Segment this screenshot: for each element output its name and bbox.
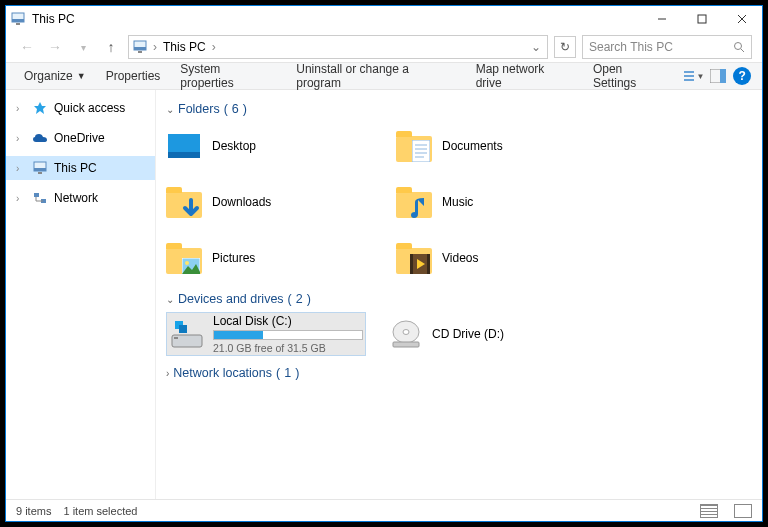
recent-locations-button[interactable]: ▾	[72, 36, 94, 58]
folder-item-music[interactable]: Music	[396, 178, 596, 226]
forward-button[interactable]: →	[44, 36, 66, 58]
navigation-pane: › Quick access › OneDrive › Thi	[6, 90, 156, 499]
svg-rect-4	[698, 15, 706, 23]
svg-line-11	[741, 49, 744, 52]
sidebar-item-label: OneDrive	[54, 131, 105, 145]
group-count: 6	[232, 102, 239, 116]
back-button[interactable]: ←	[16, 36, 38, 58]
group-header-folders[interactable]: ⌄ Folders (6)	[166, 102, 752, 116]
minimize-button[interactable]	[642, 6, 682, 32]
search-icon	[733, 41, 745, 53]
svg-rect-19	[34, 168, 46, 171]
folder-item-documents[interactable]: Documents	[396, 122, 596, 170]
group-label: Folders	[178, 102, 220, 116]
sidebar-item-network[interactable]: › Network	[6, 186, 155, 210]
folder-item-pictures[interactable]: Pictures	[166, 234, 366, 282]
group-header-drives[interactable]: ⌄ Devices and drives (2)	[166, 292, 752, 306]
chevron-down-icon: ▼	[77, 71, 86, 81]
svg-rect-38	[172, 335, 202, 347]
this-pc-title-icon	[10, 11, 26, 27]
sidebar-item-onedrive[interactable]: › OneDrive	[6, 126, 155, 150]
group-label: Network locations	[173, 366, 272, 380]
status-item-count: 9 items	[16, 505, 51, 517]
group-header-network-locations[interactable]: › Network locations (1)	[166, 366, 752, 380]
folder-label: Downloads	[212, 195, 271, 209]
properties-button[interactable]: Properties	[98, 65, 169, 87]
drive-label: CD Drive (D:)	[432, 327, 584, 341]
details-view-button[interactable]	[700, 504, 718, 518]
folder-item-downloads[interactable]: Downloads	[166, 178, 366, 226]
hdd-icon	[169, 316, 205, 352]
svg-point-43	[403, 330, 409, 335]
address-separator-icon[interactable]: ›	[151, 40, 159, 54]
expand-icon[interactable]: ›	[16, 163, 26, 174]
svg-rect-13	[684, 75, 694, 77]
folder-label: Documents	[442, 139, 503, 153]
uninstall-programs-button[interactable]: Uninstall or change a program	[288, 58, 463, 94]
maximize-button[interactable]	[682, 6, 722, 32]
folder-item-videos[interactable]: Videos	[396, 234, 596, 282]
chevron-down-icon: ▼	[696, 72, 704, 81]
sidebar-item-label: This PC	[54, 161, 97, 175]
group-count: 1	[284, 366, 291, 380]
drive-usage-bar	[213, 330, 363, 340]
system-properties-button[interactable]: System properties	[172, 58, 284, 94]
large-icons-view-button[interactable]	[734, 504, 752, 518]
desktop-folder-icon	[166, 128, 202, 164]
svg-rect-14	[684, 79, 694, 81]
svg-rect-36	[427, 254, 430, 274]
address-segment[interactable]: This PC	[163, 40, 206, 54]
expand-icon[interactable]: ›	[16, 193, 26, 204]
drive-free-text: 21.0 GB free of 31.5 GB	[213, 342, 363, 354]
open-settings-button[interactable]: Open Settings	[585, 58, 676, 94]
search-input[interactable]: Search This PC	[582, 35, 752, 59]
drive-label: Local Disk (C:)	[213, 314, 363, 328]
drives-row: Local Disk (C:) 21.0 GB free of 31.5 GB …	[166, 312, 752, 356]
address-dropdown-icon[interactable]: ⌄	[529, 40, 543, 54]
folder-item-desktop[interactable]: Desktop	[166, 122, 366, 170]
window-title: This PC	[32, 12, 642, 26]
preview-pane-button[interactable]	[708, 66, 728, 86]
expand-icon[interactable]: ›	[16, 103, 26, 114]
chevron-down-icon: ⌄	[166, 294, 174, 305]
svg-point-33	[185, 261, 189, 265]
address-bar[interactable]: › This PC › ⌄	[128, 35, 548, 59]
svg-rect-44	[393, 342, 419, 347]
music-folder-icon	[396, 184, 432, 220]
svg-point-10	[735, 43, 742, 50]
svg-rect-16	[720, 69, 726, 83]
star-icon	[32, 100, 48, 116]
svg-rect-8	[134, 47, 146, 50]
drive-item-local-disk-c[interactable]: Local Disk (C:) 21.0 GB free of 31.5 GB	[166, 312, 366, 356]
view-options-button[interactable]: ▼	[684, 66, 704, 86]
cd-drive-icon	[388, 316, 424, 352]
sidebar-item-label: Network	[54, 191, 98, 205]
map-network-drive-button[interactable]: Map network drive	[468, 58, 581, 94]
svg-rect-1	[12, 19, 24, 22]
command-bar: Organize ▼ Properties System properties …	[6, 62, 762, 90]
search-placeholder: Search This PC	[589, 40, 673, 54]
network-icon	[32, 190, 48, 206]
sidebar-item-quick-access[interactable]: › Quick access	[6, 96, 155, 120]
help-button[interactable]: ?	[732, 66, 752, 86]
videos-folder-icon	[396, 240, 432, 276]
svg-rect-27	[412, 140, 430, 162]
explorer-window: This PC ← → ▾ ↑ › This PC › ⌄ ↻ Search T…	[5, 5, 763, 522]
svg-rect-9	[138, 51, 142, 53]
up-button[interactable]: ↑	[100, 36, 122, 58]
drive-item-cd-d[interactable]: CD Drive (D:)	[386, 312, 586, 356]
svg-rect-21	[34, 193, 39, 197]
group-label: Devices and drives	[178, 292, 284, 306]
close-button[interactable]	[722, 6, 762, 32]
svg-rect-26	[168, 152, 200, 158]
address-separator-icon[interactable]: ›	[210, 40, 218, 54]
chevron-down-icon: ⌄	[166, 104, 174, 115]
organize-menu[interactable]: Organize ▼	[16, 65, 94, 87]
svg-rect-2	[16, 23, 20, 25]
body: › Quick access › OneDrive › Thi	[6, 90, 762, 499]
refresh-button[interactable]: ↻	[554, 36, 576, 58]
sidebar-item-this-pc[interactable]: › This PC	[6, 156, 155, 180]
pictures-folder-icon	[166, 240, 202, 276]
expand-icon[interactable]: ›	[16, 133, 26, 144]
downloads-folder-icon	[166, 184, 202, 220]
